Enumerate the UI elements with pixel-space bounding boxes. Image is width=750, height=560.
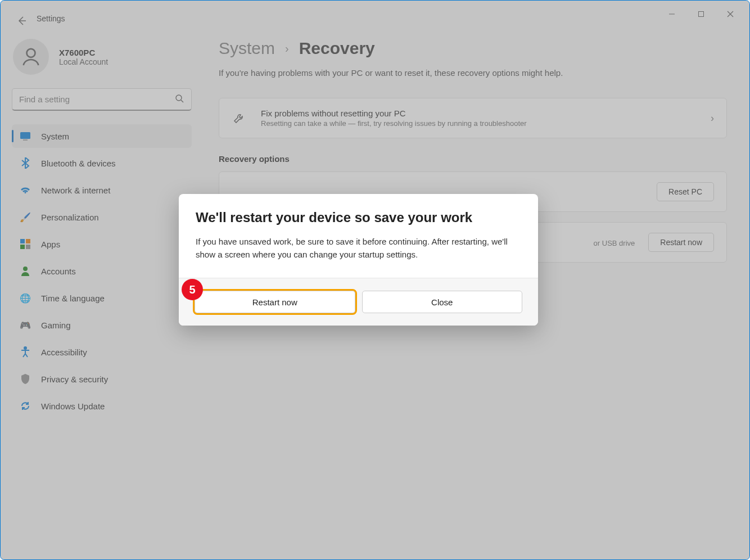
dialog-title: We'll restart your device so save your w… — [196, 210, 521, 225]
restart-dialog: We'll restart your device so save your w… — [179, 194, 538, 326]
dialog-text: If you have unsaved work, be sure to sav… — [196, 236, 521, 261]
dialog-restart-now-button[interactable]: Restart now — [195, 291, 355, 313]
step-annotation-badge: 5 — [182, 279, 203, 300]
dialog-close-button[interactable]: Close — [362, 291, 523, 313]
